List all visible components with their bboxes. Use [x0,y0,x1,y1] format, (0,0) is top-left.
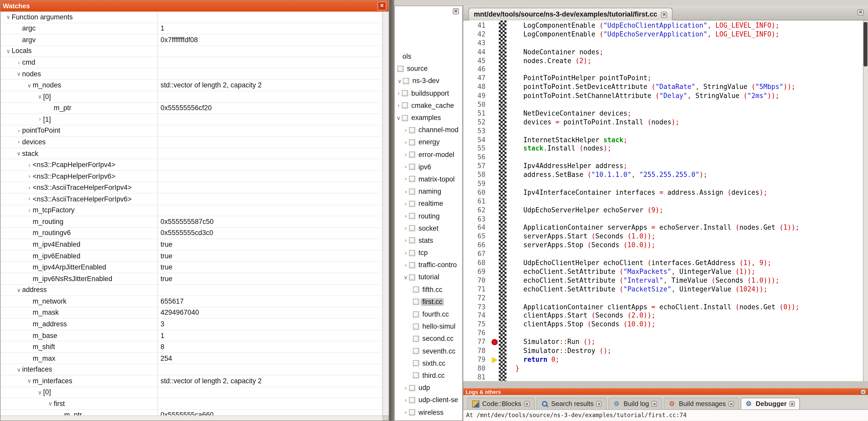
expander-closed-icon[interactable]: › [402,262,409,268]
gutter-marker[interactable] [491,250,499,259]
gutter-marker[interactable] [491,144,499,153]
gutter-marker[interactable] [491,215,499,224]
code-line[interactable]: 43 [463,39,863,48]
watch-row[interactable]: ∨[0] [1,91,382,103]
gutter-marker[interactable] [491,109,499,118]
close-icon[interactable]: ✕ [858,9,864,15]
tree-item[interactable]: ›socket [395,222,462,234]
tab-close-icon[interactable]: ✕ [652,401,657,407]
tree-item[interactable]: seventh.cc [395,345,462,357]
watch-row[interactable]: m_mask4294967040 [1,307,382,319]
code-line[interactable]: 49 pointToPoint.SetChannelAttribute ("De… [463,92,863,101]
code-line[interactable]: 47 PointToPointHelper pointToPoint; [463,74,863,83]
watch-row[interactable]: m_ipv6Enabledtrue [1,251,382,262]
tree-item[interactable]: ›realtime [395,198,462,210]
watch-row[interactable]: ›<ns3::PcapHelperForIpv6> [1,171,382,182]
expander-open-icon[interactable]: ∨ [16,367,22,373]
gutter-marker[interactable] [491,259,499,268]
gutter-marker[interactable] [491,373,499,381]
expander-closed-icon[interactable]: › [26,173,33,180]
expander-closed-icon[interactable]: › [402,397,409,403]
watch-row[interactable]: argv0x7fffffffdf08 [1,34,382,46]
expander-closed-icon[interactable]: › [402,201,409,207]
code-line[interactable]: 54 InternetStackHelper stack; [463,136,863,144]
watch-row[interactable]: m_routing0x555555587c50 [1,217,382,228]
expander-open-icon[interactable]: ∨ [36,389,43,396]
code-line[interactable]: 80} [463,364,863,373]
expander-open-icon[interactable]: ∨ [26,82,33,89]
code-line[interactable]: 55 stack.Install (nodes); [463,144,863,153]
gutter-marker[interactable] [491,22,499,30]
expander-open-icon[interactable]: ∨ [16,287,22,293]
close-icon[interactable]: ✕ [378,2,386,10]
gutter-marker[interactable] [491,224,499,232]
code-line[interactable]: 61 [463,197,863,206]
watch-row[interactable]: ∨stack [1,148,382,160]
gutter-marker[interactable] [491,268,499,277]
current-line-arrow-icon[interactable] [491,356,499,364]
code-line[interactable]: 74 clientApps.Start (Seconds (2.0)); [463,312,863,320]
code-line[interactable]: 76 [463,329,863,338]
code-line[interactable]: 63 [463,215,863,224]
expander-closed-icon[interactable]: › [402,237,409,244]
expander-open-icon[interactable]: ∨ [5,14,12,20]
expander-open-icon[interactable]: ∨ [395,115,402,121]
expander-closed-icon[interactable]: › [402,409,409,416]
tree-item[interactable]: ∨tutorial [395,271,462,284]
expander-open-icon[interactable]: ∨ [26,378,33,384]
tab-close-icon[interactable]: ✕ [596,401,602,407]
tree-item[interactable]: fifth.cc [395,284,462,296]
tree-item[interactable]: ›matrix-topol [395,173,462,185]
code-line[interactable]: 51 NetDeviceContainer devices; [463,109,863,118]
gutter-marker[interactable] [491,30,499,39]
gutter-marker[interactable] [491,180,499,189]
tree-item[interactable]: ›ipv6 [395,161,462,173]
gutter-marker[interactable] [491,197,499,206]
expander-open-icon[interactable]: ∨ [5,48,12,54]
close-icon[interactable]: ✕ [861,389,866,394]
code-line[interactable]: 68 UdpEchoClientHelper echoClient (inter… [463,259,863,268]
gutter-marker[interactable] [491,48,499,57]
logs-header[interactable]: Logs & others ✕ [463,388,868,395]
tree-item[interactable]: ›traffic-contro [395,259,462,271]
editor-tab-first-cc[interactable]: mnt/dev/tools/source/ns-3-dev/examples/t… [468,8,673,21]
code-line[interactable]: 73 ApplicationContainer clientApps = ech… [463,303,863,312]
expander-closed-icon[interactable]: › [402,152,409,158]
watch-row[interactable]: m_ptr0x5555555ca660 [1,410,382,415]
gutter-marker[interactable] [491,92,499,101]
code-line[interactable]: 72 [463,294,863,303]
tree-item[interactable]: ›buildsupport [395,87,462,99]
watch-row[interactable]: ›[1] [1,114,382,125]
watch-row[interactable]: ∨address [1,285,382,296]
expander-closed-icon[interactable]: › [26,196,33,202]
tree-item[interactable]: first.cc [395,296,462,308]
gutter-marker[interactable] [491,83,499,92]
expander-closed-icon[interactable]: › [402,225,409,231]
code-line[interactable]: 67 [463,250,863,259]
gutter-marker[interactable] [491,232,499,241]
code-line[interactable]: 41 LogComponentEnable ("UdpEchoClientApp… [463,22,863,30]
code-line[interactable]: 78 Simulator::Destroy (); [463,347,863,356]
expander-open-icon[interactable]: ∨ [47,401,54,407]
code-line[interactable]: 48 pointToPoint.SetDeviceAttribute ("Dat… [463,83,863,92]
gutter-marker[interactable] [491,347,499,356]
expander-closed-icon[interactable]: › [402,250,409,256]
tree-item[interactable]: ›channel-mod [395,124,462,136]
breakpoint-icon[interactable] [491,338,499,347]
watch-row[interactable]: m_base1 [1,330,382,342]
expander-closed-icon[interactable]: › [16,139,22,145]
code-line[interactable]: 57 Ipv4AddressHelper address; [463,162,863,171]
expander-closed-icon[interactable]: › [16,60,22,66]
expander-closed-icon[interactable]: › [402,213,409,219]
tree-item[interactable]: sixth.cc [395,357,462,369]
gutter-marker[interactable] [491,294,499,303]
watch-row[interactable]: m_ipv4ArpJitterEnabledtrue [1,262,382,273]
tree-item[interactable]: ›tcp [395,247,462,259]
gutter-marker[interactable] [491,162,499,171]
watch-row[interactable]: ›<ns3::PcapHelperForIpv4> [1,160,382,171]
gutter-marker[interactable] [491,127,499,136]
log-tab-search-results[interactable]: Search results✕ [536,398,607,409]
expander-closed-icon[interactable]: › [402,176,409,182]
watch-row[interactable]: argc1 [1,23,382,34]
watch-row[interactable]: ›cmd [1,57,382,68]
